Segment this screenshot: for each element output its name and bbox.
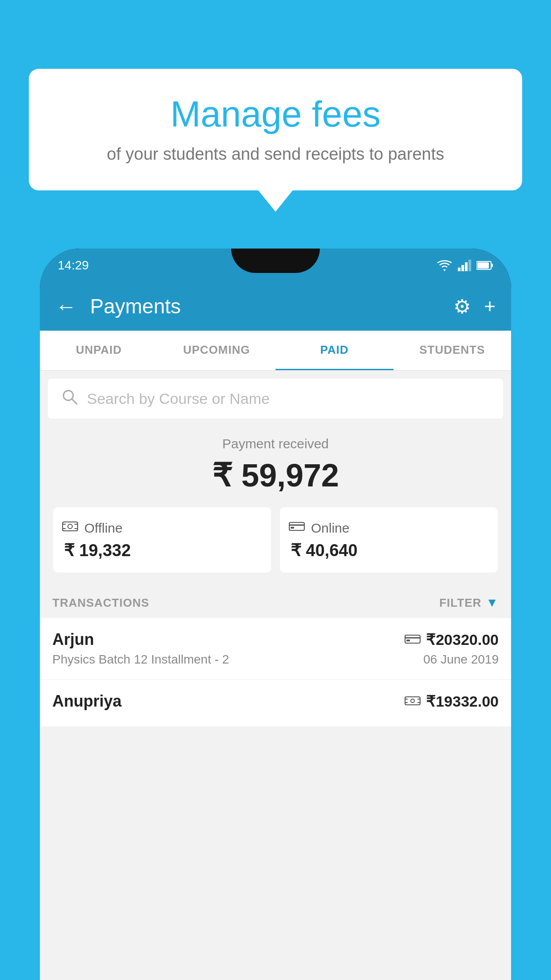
offline-label: Offline bbox=[84, 521, 122, 536]
tab-paid[interactable]: PAID bbox=[276, 331, 394, 370]
add-button[interactable]: + bbox=[484, 295, 496, 317]
status-icons bbox=[437, 260, 493, 271]
svg-rect-21 bbox=[405, 697, 420, 705]
signal-icon bbox=[458, 260, 471, 271]
svg-rect-15 bbox=[289, 522, 304, 530]
offline-card: Offline ₹ 19,332 bbox=[53, 507, 271, 573]
payment-breakdown: Offline ₹ 19,332 Onlin bbox=[53, 507, 498, 573]
speech-bubble-subtext: of your students and send receipts to pa… bbox=[55, 145, 496, 164]
offline-amount: ₹ 19,332 bbox=[62, 541, 131, 560]
transaction-course: Physics Batch 12 Installment - 2 bbox=[52, 652, 229, 667]
transaction-date: 06 June 2019 bbox=[423, 652, 499, 667]
card-payment-icon bbox=[405, 634, 421, 645]
header-actions: ⚙ + bbox=[453, 295, 496, 318]
svg-rect-2 bbox=[465, 262, 468, 271]
filter-label: FILTER bbox=[439, 596, 481, 610]
page-title: Payments bbox=[90, 294, 440, 318]
payment-total: ₹ 59,972 bbox=[49, 457, 502, 494]
transactions-header: TRANSACTIONS FILTER ▼ bbox=[40, 586, 511, 618]
speech-bubble: Manage fees of your students and send re… bbox=[29, 69, 522, 190]
payment-summary: Payment received ₹ 59,972 bbox=[40, 419, 511, 586]
svg-point-22 bbox=[411, 699, 414, 703]
transaction-name: Arjun bbox=[52, 630, 94, 649]
tab-unpaid[interactable]: UNPAID bbox=[40, 331, 158, 370]
svg-rect-18 bbox=[405, 635, 420, 643]
filter-icon: ▼ bbox=[486, 596, 499, 610]
status-time: 14:29 bbox=[58, 258, 89, 273]
cash-payment-icon bbox=[405, 695, 421, 707]
online-card: Online ₹ 40,640 bbox=[280, 507, 498, 573]
phone-content: Search by Course or Name Payment receive… bbox=[40, 371, 511, 980]
online-card-top: Online bbox=[289, 520, 350, 536]
battery-icon bbox=[476, 261, 493, 270]
cash-icon bbox=[62, 520, 78, 536]
svg-rect-9 bbox=[63, 522, 78, 531]
svg-rect-0 bbox=[458, 268, 460, 271]
svg-point-10 bbox=[68, 524, 72, 529]
filter-button[interactable]: FILTER ▼ bbox=[439, 596, 499, 610]
settings-button[interactable]: ⚙ bbox=[453, 295, 471, 318]
status-bar: 14:29 bbox=[40, 249, 511, 282]
back-button[interactable]: ← bbox=[55, 294, 77, 319]
svg-rect-3 bbox=[468, 260, 471, 271]
offline-card-top: Offline bbox=[62, 520, 122, 536]
svg-rect-1 bbox=[461, 265, 464, 271]
app-header: ← Payments ⚙ + bbox=[40, 282, 511, 331]
wifi-icon bbox=[437, 260, 453, 271]
tabs-bar: UNPAID UPCOMING PAID STUDENTS bbox=[40, 331, 511, 371]
svg-line-8 bbox=[72, 399, 77, 404]
svg-rect-6 bbox=[477, 262, 489, 269]
search-icon bbox=[61, 388, 78, 409]
tab-upcoming[interactable]: UPCOMING bbox=[158, 331, 276, 370]
svg-rect-20 bbox=[406, 640, 410, 641]
payment-received-label: Payment received bbox=[49, 436, 502, 451]
table-row[interactable]: Anupriya ₹19332.00 bbox=[40, 680, 511, 727]
svg-rect-5 bbox=[491, 264, 493, 267]
transaction-amount: ₹19332.00 bbox=[405, 692, 499, 710]
transaction-name: Anupriya bbox=[52, 692, 122, 711]
transaction-bottom: Physics Batch 12 Installment - 2 06 June… bbox=[52, 652, 499, 667]
speech-bubble-container: Manage fees of your students and send re… bbox=[29, 69, 522, 190]
search-placeholder: Search by Course or Name bbox=[87, 390, 270, 407]
phone-frame: 14:29 ← Pa bbox=[40, 249, 511, 980]
table-row[interactable]: Arjun ₹20320.00 Physics Batch 12 Install… bbox=[40, 618, 511, 680]
online-label: Online bbox=[311, 521, 350, 536]
card-icon bbox=[289, 520, 305, 536]
transaction-top: Anupriya ₹19332.00 bbox=[52, 692, 499, 711]
svg-rect-17 bbox=[291, 527, 294, 529]
online-amount: ₹ 40,640 bbox=[289, 541, 358, 560]
speech-bubble-heading: Manage fees bbox=[55, 93, 496, 135]
tab-students[interactable]: STUDENTS bbox=[394, 331, 512, 370]
transactions-label: TRANSACTIONS bbox=[52, 596, 150, 610]
search-bar[interactable]: Search by Course or Name bbox=[48, 379, 503, 419]
transaction-top: Arjun ₹20320.00 bbox=[52, 630, 499, 649]
transaction-amount: ₹20320.00 bbox=[405, 631, 499, 648]
